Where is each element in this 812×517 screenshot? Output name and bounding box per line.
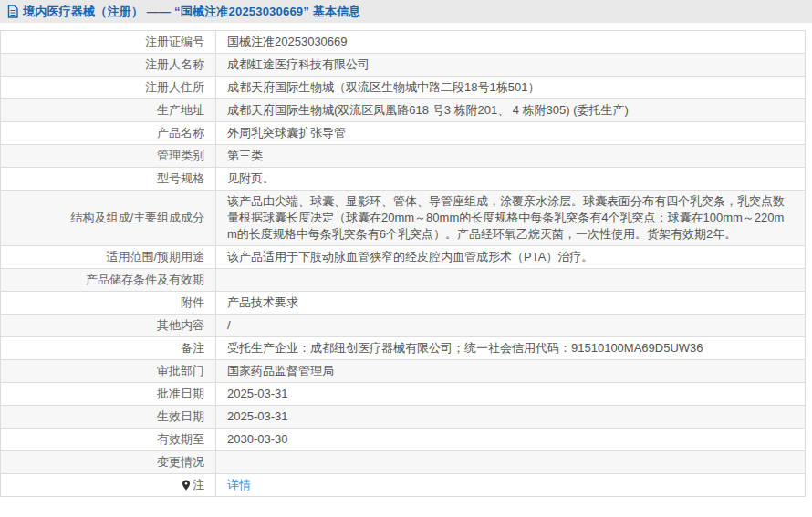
row-value: 该产品由尖端、球囊、显影环、管体、导管座组成，涂覆亲水涂层。球囊表面分布有四个乳… — [216, 191, 806, 246]
note-pin-icon — [182, 480, 191, 491]
row-label: 生产地址 — [1, 99, 216, 122]
row-label-text: 管理类别 — [157, 149, 204, 162]
row-label: 管理类别 — [1, 145, 216, 168]
table-row: 生效日期2025-03-31 — [1, 406, 806, 429]
page-title: 境内医疗器械（注册） —— “国械注准20253030669” 基本信息 — [23, 4, 361, 20]
row-value: 受托生产企业：成都纽创医疗器械有限公司；统一社会信用代码：91510100MA6… — [216, 337, 806, 360]
row-value: 2025-03-31 — [216, 406, 806, 429]
table-row: 结构及组成/主要组成成分该产品由尖端、球囊、显影环、管体、导管座组成，涂覆亲水涂… — [1, 191, 806, 246]
row-label: 注册人住所 — [1, 77, 216, 99]
table-row: 备注受托生产企业：成都纽创医疗器械有限公司；统一社会信用代码：91510100M… — [1, 337, 806, 360]
row-value: / — [216, 315, 806, 337]
row-label: 产品储存条件及有效期 — [1, 269, 216, 292]
table-row: 注详情 — [1, 474, 806, 497]
row-label: 批准日期 — [1, 383, 216, 406]
row-label: 其他内容 — [1, 315, 216, 337]
row-value: 国械注准20253030669 — [216, 31, 806, 54]
row-value — [216, 451, 806, 474]
details-link[interactable]: 详情 — [227, 478, 251, 491]
row-label: 注 — [1, 474, 216, 497]
info-table-body: 注册证编号国械注准20253030669注册人名称成都虹途医疗科技有限公司注册人… — [1, 31, 806, 497]
table-row: 附件产品技术要求 — [1, 292, 806, 315]
row-value: 产品技术要求 — [216, 292, 806, 315]
table-row: 适用范围/预期用途该产品适用于下肢动脉血管狭窄的经皮腔内血管成形术（PTA）治疗… — [1, 246, 806, 269]
row-label-text: 生产地址 — [157, 103, 204, 117]
table-row: 产品储存条件及有效期 — [1, 269, 806, 292]
row-label-text: 批准日期 — [157, 387, 204, 400]
table-row: 批准日期2025-03-31 — [1, 383, 806, 406]
row-value: 见附页。 — [216, 168, 806, 191]
row-label: 生效日期 — [1, 406, 216, 429]
table-row: 审批部门国家药品监督管理局 — [1, 360, 806, 383]
row-value: 该产品适用于下肢动脉血管狭窄的经皮腔内血管成形术（PTA）治疗。 — [216, 246, 806, 269]
table-row: 生产地址成都天府国际生物城(双流区凤凰路618 号3 栋附201、 4 栋附30… — [1, 99, 806, 122]
row-label: 有效期至 — [1, 429, 216, 451]
row-value: 成都天府国际生物城（双流区生物城中路二段18号1栋501） — [216, 77, 806, 99]
row-label-text: 注 — [193, 478, 204, 491]
table-row: 变更情况 — [1, 451, 806, 474]
table-row: 型号规格见附页。 — [1, 168, 806, 191]
row-label-text: 适用范围/预期用途 — [106, 250, 204, 264]
table-row: 注册人住所成都天府国际生物城（双流区生物城中路二段18号1栋501） — [1, 77, 806, 99]
row-value: 2030-03-30 — [216, 429, 806, 451]
row-label-text: 注册人住所 — [145, 80, 204, 94]
table-row: 注册证编号国械注准20253030669 — [1, 31, 806, 54]
row-label: 注册人名称 — [1, 54, 216, 77]
row-label-text: 审批部门 — [157, 364, 204, 377]
info-table: 注册证编号国械注准20253030669注册人名称成都虹途医疗科技有限公司注册人… — [0, 30, 806, 497]
page-header: 境内医疗器械（注册） —— “国械注准20253030669” 基本信息 — [0, 0, 812, 23]
table-row: 其他内容/ — [1, 315, 806, 337]
row-label: 审批部门 — [1, 360, 216, 383]
row-label-text: 产品储存条件及有效期 — [86, 273, 204, 286]
row-label-text: 注册证编号 — [145, 35, 204, 48]
row-value: 成都天府国际生物城(双流区凤凰路618 号3 栋附201、 4 栋附305) (… — [216, 99, 806, 122]
row-value — [216, 269, 806, 292]
document-icon — [7, 5, 18, 18]
row-label-text: 生效日期 — [157, 409, 204, 423]
row-label-text: 其他内容 — [157, 318, 204, 332]
row-value: 第三类 — [216, 145, 806, 168]
row-label-text: 变更情况 — [157, 455, 204, 469]
row-label-text: 型号规格 — [157, 171, 204, 185]
row-label-text: 产品名称 — [157, 126, 204, 140]
table-row: 管理类别第三类 — [1, 145, 806, 168]
row-label-text: 注册人名称 — [145, 57, 204, 71]
row-label: 型号规格 — [1, 168, 216, 191]
row-value: 国家药品监督管理局 — [216, 360, 806, 383]
table-row: 产品名称外周乳突球囊扩张导管 — [1, 122, 806, 145]
row-label-text: 结构及组成/主要组成成分 — [70, 211, 204, 224]
row-label: 附件 — [1, 292, 216, 315]
row-value: 详情 — [216, 474, 806, 497]
row-label: 结构及组成/主要组成成分 — [1, 191, 216, 246]
table-row: 有效期至2030-03-30 — [1, 429, 806, 451]
row-value: 成都虹途医疗科技有限公司 — [216, 54, 806, 77]
table-row: 注册人名称成都虹途医疗科技有限公司 — [1, 54, 806, 77]
row-label: 注册证编号 — [1, 31, 216, 54]
row-label: 备注 — [1, 337, 216, 360]
row-label-text: 有效期至 — [157, 432, 204, 446]
row-label: 变更情况 — [1, 451, 216, 474]
row-label: 适用范围/预期用途 — [1, 246, 216, 269]
row-label-text: 备注 — [181, 341, 204, 355]
row-value: 外周乳突球囊扩张导管 — [216, 122, 806, 145]
row-label: 产品名称 — [1, 122, 216, 145]
row-value: 2025-03-31 — [216, 383, 806, 406]
row-label-text: 附件 — [181, 295, 204, 309]
